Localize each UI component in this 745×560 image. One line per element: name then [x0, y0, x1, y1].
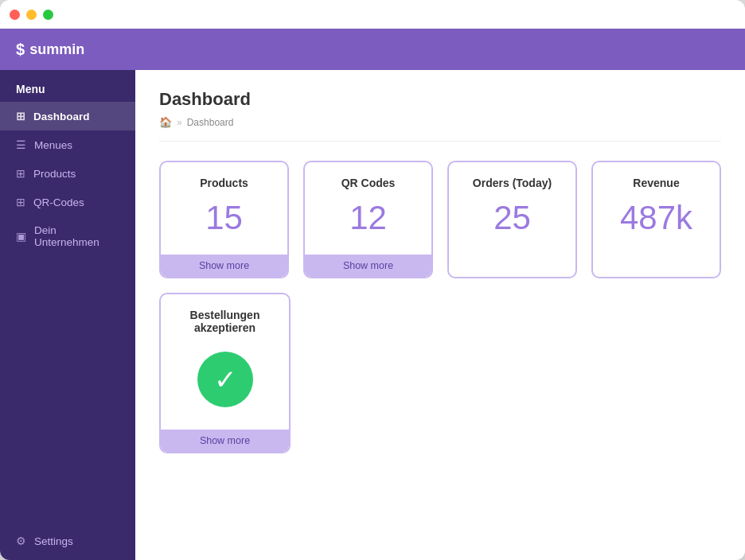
sidebar-item-unternehmen[interactable]: ▣ Dein Unternehmen	[0, 216, 135, 256]
card-bestellungen: Bestellungen akzeptieren ✓ Show more	[159, 293, 291, 453]
page-title: Dashboard	[159, 89, 721, 110]
titlebar	[0, 0, 745, 29]
main-content: Dashboard 🏠 » Dashboard Products 15 Show…	[135, 70, 745, 560]
sidebar-item-label: Dein Unternehmen	[34, 224, 119, 248]
card-products-body: Products 15	[161, 162, 287, 255]
sidebar-item-dashboard[interactable]: ⊞ Dashboard	[0, 102, 135, 130]
card-revenue-body: Revenue 487k	[593, 162, 720, 277]
unternehmen-icon: ▣	[16, 230, 26, 243]
sidebar-item-label: Menues	[34, 139, 72, 151]
card-qrcodes-title: QR Codes	[341, 177, 396, 189]
card-orders: Orders (Today) 25	[447, 161, 577, 278]
card-orders-title: Orders (Today)	[473, 177, 552, 189]
maximize-button[interactable]	[43, 10, 53, 20]
card-products: Products 15 Show more	[159, 161, 289, 278]
card-qrcodes-value: 12	[349, 199, 387, 237]
sidebar-item-label: Dashboard	[33, 111, 90, 122]
settings-label: Settings	[34, 535, 73, 547]
breadcrumb: 🏠 » Dashboard	[159, 116, 721, 142]
card-bestellungen-body: Bestellungen akzeptieren ✓	[161, 294, 289, 430]
main-layout: Menu ⊞ Dashboard ☰ Menues ⊞ Products ⊞ Q…	[0, 70, 745, 560]
breadcrumb-home-icon[interactable]: 🏠	[159, 116, 172, 128]
card-revenue-title: Revenue	[633, 177, 679, 189]
cards-grid: Products 15 Show more QR Codes 12 Show m…	[159, 161, 721, 278]
settings-icon: ⚙	[16, 535, 26, 547]
breadcrumb-separator: »	[177, 117, 182, 128]
minimize-button[interactable]	[26, 10, 37, 20]
check-circle: ✓	[197, 352, 253, 407]
sidebar-item-label: Products	[33, 168, 76, 180]
show-more-qrcodes-button[interactable]: Show more	[305, 255, 431, 277]
card-revenue-value: 487k	[620, 199, 692, 237]
app-window: $ summin Menu ⊞ Dashboard ☰ Menues ⊞ Pro…	[0, 0, 745, 560]
card-products-value: 15	[205, 199, 243, 237]
app-shell: $ summin Menu ⊞ Dashboard ☰ Menues ⊞ Pro…	[0, 29, 745, 560]
card-revenue: Revenue 487k	[591, 161, 721, 278]
checkmark-icon: ✓	[214, 366, 236, 393]
sidebar-item-products[interactable]: ⊞ Products	[0, 159, 135, 188]
card-qrcodes-body: QR Codes 12	[305, 162, 431, 255]
products-icon: ⊞	[16, 167, 25, 180]
card-qrcodes: QR Codes 12 Show more	[303, 161, 433, 278]
close-button[interactable]	[10, 10, 20, 20]
logo-text: summin	[29, 41, 84, 58]
topbar: $ summin	[0, 29, 745, 70]
dashboard-icon: ⊞	[16, 110, 25, 122]
show-more-products-button[interactable]: Show more	[161, 255, 287, 277]
breadcrumb-current: Dashboard	[187, 117, 234, 128]
menues-icon: ☰	[16, 138, 26, 151]
sidebar: Menu ⊞ Dashboard ☰ Menues ⊞ Products ⊞ Q…	[0, 70, 135, 560]
card-orders-body: Orders (Today) 25	[449, 162, 575, 277]
sidebar-item-qrcodes[interactable]: ⊞ QR-Codes	[0, 188, 135, 216]
logo: $ summin	[16, 41, 84, 59]
sidebar-item-settings[interactable]: ⚙ Settings	[0, 522, 135, 560]
logo-icon: $	[16, 41, 25, 59]
second-row: Bestellungen akzeptieren ✓ Show more	[159, 293, 721, 453]
sidebar-menu-label: Menu	[0, 70, 135, 102]
sidebar-item-menues[interactable]: ☰ Menues	[0, 130, 135, 159]
qrcodes-icon: ⊞	[16, 196, 25, 208]
card-orders-value: 25	[493, 199, 531, 237]
sidebar-item-label: QR-Codes	[33, 196, 84, 208]
show-more-bestellungen-button[interactable]: Show more	[161, 430, 289, 452]
card-products-title: Products	[200, 177, 248, 189]
card-bestellungen-title: Bestellungen akzeptieren	[174, 309, 276, 334]
